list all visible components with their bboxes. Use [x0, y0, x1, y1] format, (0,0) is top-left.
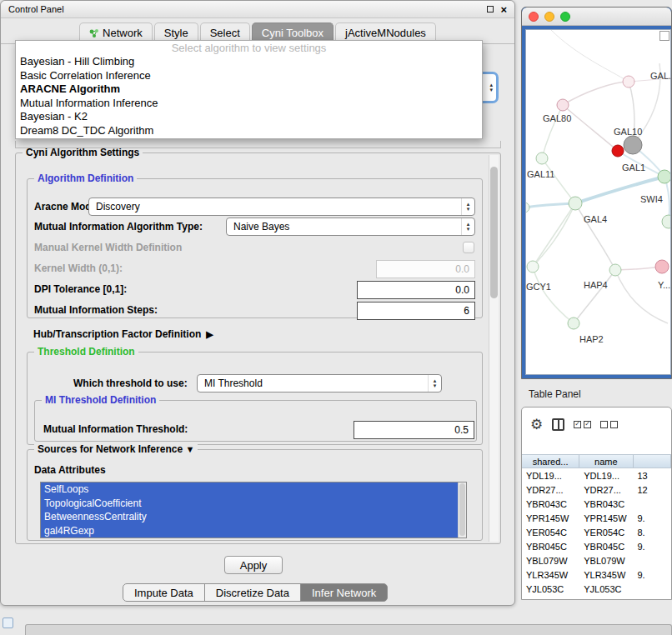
manual-kernel-checkbox[interactable]: [463, 242, 474, 253]
node-label: GAL10: [614, 127, 642, 137]
table-row[interactable]: YLR345WYLR345W9.: [522, 568, 671, 582]
sources-group-title[interactable]: Sources for Network Inference ▼: [34, 443, 198, 455]
settings-scrollbar[interactable]: [489, 155, 499, 542]
aracne-mode-select[interactable]: Discovery ▴▾: [88, 198, 475, 216]
network-node[interactable]: [655, 260, 669, 273]
zoom-traffic-light[interactable]: [560, 12, 570, 22]
float-window-icon[interactable]: [487, 6, 494, 12]
dpi-tolerance-field[interactable]: 0.0: [357, 281, 475, 299]
network-node[interactable]: [624, 136, 642, 154]
select-columns-icon[interactable]: [552, 418, 564, 431]
network-icon: [89, 28, 99, 38]
network-edge: [551, 30, 629, 82]
network-node[interactable]: [527, 261, 539, 272]
network-node[interactable]: [662, 215, 671, 228]
column-header-blank[interactable]: [634, 455, 672, 468]
mi-threshold-field[interactable]: 0.5: [354, 421, 474, 439]
network-node[interactable]: [568, 318, 579, 329]
mi-threshold-group: MI Threshold Definition Mutual Informati…: [34, 400, 477, 442]
network-node[interactable]: [569, 197, 582, 210]
network-edge: [615, 270, 668, 323]
node-label: HAP2: [579, 334, 604, 344]
combo-arrows-icon: ▴▾: [428, 375, 441, 392]
table-cell: 9.: [634, 570, 672, 580]
tab-label: Style: [164, 27, 188, 39]
algorithm-option-mutual-information-inference[interactable]: Mutual Information Inference: [16, 97, 482, 111]
table-row[interactable]: YBR043CYBR043C: [522, 497, 671, 511]
attribute-betweennesscentrality[interactable]: BetweennessCentrality: [41, 510, 458, 524]
table-cell: 9.: [634, 513, 672, 523]
close-traffic-light[interactable]: [529, 12, 539, 22]
mi-steps-field[interactable]: 6: [357, 302, 475, 320]
algorithm-option-dream8-dc-tdc-algorithm[interactable]: Dream8 DC_TDC Algorithm: [16, 124, 482, 138]
table-cell: YLR345W: [579, 570, 633, 580]
tab-label: Network: [103, 27, 143, 39]
algorithm-option-aracne-algorithm[interactable]: ARACNE Algorithm: [16, 82, 482, 97]
deselect-all-icon[interactable]: [600, 421, 618, 428]
table-cell: 12: [634, 485, 672, 495]
table-row[interactable]: YDL19...YDL19...13: [522, 468, 671, 482]
combo-arrows-icon: ▴▾: [461, 218, 474, 235]
attributes-list-scrollbar[interactable]: [458, 482, 466, 538]
table-cell: YBR045C: [522, 542, 579, 552]
expanded-arrow-icon: ▼: [185, 444, 194, 454]
table-row[interactable]: YER054CYER054C8.: [522, 525, 671, 539]
tab-label: Cyni Toolbox: [262, 27, 323, 39]
network-node[interactable]: [536, 152, 548, 164]
algorithm-option-basic-correlation-inference[interactable]: Basic Correlation Inference: [16, 69, 482, 83]
window-title: Control Panel: [8, 4, 64, 14]
algorithm-placeholder: Select algorithm to view settings: [16, 41, 482, 55]
table-cell: YLR345W: [522, 570, 579, 580]
column-header-name[interactable]: name: [579, 455, 633, 468]
close-window-icon[interactable]: ×: [500, 4, 507, 15]
algorithm-dropdown-popup: Select algorithm to view settings Bayesi…: [15, 40, 483, 139]
mi-type-select[interactable]: Naive Bayes ▴▾: [226, 218, 475, 236]
network-node[interactable]: [609, 264, 621, 276]
hub-definition-label: Hub/Transcription Factor Definition: [33, 328, 201, 340]
attribute-gal4rgexp[interactable]: gal4RGexp: [41, 524, 458, 538]
bottom-tab-infer-network[interactable]: Infer Network: [300, 583, 388, 602]
algorithm-definition-group: Algorithm Definition Aracne Mode: Discov…: [27, 178, 483, 318]
table-row[interactable]: YBL079WYBL079W: [522, 553, 671, 568]
table-panel-title: Table Panel: [529, 388, 581, 400]
birdseye-toggle[interactable]: [659, 31, 669, 41]
attribute-topologicalcoefficient[interactable]: TopologicalCoefficient: [41, 497, 458, 511]
algorithm-option-bayesian-k2[interactable]: Bayesian - K2: [16, 110, 482, 124]
threshold-definition-title: Threshold Definition: [34, 346, 138, 358]
table-cell: YDR27...: [579, 485, 633, 495]
network-edge: [563, 82, 629, 105]
node-label: GAL11: [527, 169, 554, 179]
table-panel-toolbar: ⚙: [522, 408, 671, 436]
table-row[interactable]: YBR045CYBR045C9.: [522, 539, 671, 553]
column-header-shared[interactable]: shared...: [522, 455, 579, 468]
hub-definition-expander[interactable]: Hub/Transcription Factor Definition ▶: [33, 328, 213, 340]
settings-scrollbar-thumb[interactable]: [490, 167, 498, 298]
table-cell: 13: [634, 471, 672, 481]
which-threshold-select[interactable]: MI Threshold ▴▾: [197, 374, 442, 392]
network-node[interactable]: [612, 145, 624, 157]
kernel-width-field: 0.0: [376, 260, 475, 278]
table-cell: 8.: [634, 528, 672, 538]
table-row[interactable]: YJL053CYJL053C: [522, 582, 671, 596]
bottom-tab-impute-data[interactable]: Impute Data: [123, 583, 205, 602]
bottom-tab-discretize-data[interactable]: Discretize Data: [204, 583, 301, 602]
table-row[interactable]: YPR145WYPR145W9.: [522, 511, 671, 525]
table-row[interactable]: YDR27...YDR27...12: [522, 482, 671, 497]
network-node[interactable]: [526, 202, 529, 212]
apply-button[interactable]: Apply: [224, 556, 283, 574]
collapsed-panel-icon[interactable]: [3, 618, 13, 628]
network-node[interactable]: [557, 99, 569, 111]
attribute-selfloops[interactable]: SelfLoops: [41, 482, 458, 497]
gear-icon[interactable]: ⚙: [530, 418, 543, 432]
algorithm-option-bayesian-hill-climbing[interactable]: Bayesian - Hill Climbing: [16, 55, 482, 69]
table-cell: YBR043C: [579, 499, 633, 509]
control-panel-window: Control Panel × NetworkStyleSelectCyni T…: [0, 0, 515, 606]
table-cell: YER054C: [579, 528, 633, 538]
network-node[interactable]: [623, 76, 634, 88]
network-edge: [575, 203, 615, 270]
network-canvas[interactable]: GAL...GAL80GAL10GAL11GAL1SWI4GAL4GCY1HAP…: [525, 29, 671, 375]
minimize-traffic-light[interactable]: [544, 12, 554, 22]
network-node[interactable]: [658, 170, 671, 183]
network-edge: [574, 270, 615, 323]
select-all-icon[interactable]: [574, 421, 591, 428]
